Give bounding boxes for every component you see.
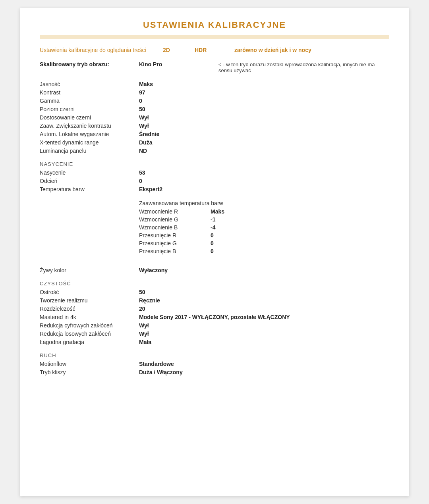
header-night: zarówno w dzień jak i w nocy — [234, 47, 389, 53]
zywy-kolor-label: Żywy kolor — [40, 267, 139, 273]
ostrosc-row: Ostrość 50 — [40, 289, 389, 295]
lagodna-gradacja-label: Łagodna gradacja — [40, 339, 139, 345]
jasnosc-label: Jasność — [40, 81, 139, 87]
przesuniecie-g-row: Przesunięcie G 0 — [139, 240, 389, 246]
poziom-czerni-value: 50 — [139, 106, 218, 112]
luminancja-value: ND — [139, 148, 218, 154]
orange-bar-decoration — [40, 35, 389, 39]
gamma-label: Gamma — [40, 98, 139, 104]
redukcja-cyfrowych-label: Redukcja cyfrowych zakłóceń — [40, 322, 139, 329]
redukcja-cyfrowych-row: Redukcja cyfrowych zakłóceń Wył — [40, 322, 389, 329]
przesuniecie-r-label: Przesunięcie R — [139, 232, 211, 239]
header-2d: 2D — [163, 47, 195, 53]
living-color-section: Żywy kolor Wyłaczony — [40, 267, 389, 273]
przesuniecie-r-value: 0 — [211, 232, 214, 239]
przesuniecie-b-row: Przesunięcie B 0 — [139, 248, 389, 254]
przesuniecie-r-row: Przesunięcie R 0 — [139, 232, 389, 239]
lagodna-gradacja-row: Łagodna gradacja Mała — [40, 339, 389, 345]
przesuniecie-g-value: 0 — [211, 240, 214, 246]
przesuniecie-b-label: Przesunięcie B — [139, 248, 211, 254]
gamma-row: Gamma 0 — [40, 98, 389, 104]
kontrast-label: Kontrast — [40, 89, 139, 96]
dynamic-range-value: Duża — [139, 139, 218, 146]
redukcja-losowych-label: Redukcja losowych zakłóceń — [40, 331, 139, 337]
wzmocnienie-b-label: Wzmocnienie B — [139, 224, 211, 231]
nasycenie-value: 53 — [139, 169, 218, 176]
motion-section: RUCH Motionflow Standardowe Tryb kliszy … — [40, 352, 389, 375]
wzmocnienie-b-value: -4 — [211, 224, 215, 231]
dostosowanie-czerni-value: Wył — [139, 114, 218, 121]
page-title: USTAWIENIA KALIBRACYJNE — [40, 20, 389, 30]
odcien-label: Odcień — [40, 178, 139, 184]
tworzenie-realizmu-label: Tworzenie realizmu — [40, 297, 139, 304]
ostrosc-value: 50 — [139, 289, 218, 295]
odcien-row: Odcień 0 — [40, 178, 389, 184]
header-row: Ustawienia kalibracyjne do oglądania tre… — [40, 47, 389, 53]
motionflow-value: Standardowe — [139, 361, 218, 367]
motionflow-row: Motionflow Standardowe — [40, 361, 389, 367]
saturation-section: NASYCENIE Nasycenie 53 Odcień 0 Temperat… — [40, 161, 389, 254]
zwiekszanie-kontrastu-label: Zaaw. Zwiększanie kontrastu — [40, 123, 139, 129]
poziom-czerni-row: Poziom czerni 50 — [40, 106, 389, 112]
tryb-kliszy-label: Tryb kliszy — [40, 369, 139, 375]
motion-header: RUCH — [40, 352, 389, 358]
advanced-temp-title: Zaawansowana temperatura barw — [139, 200, 389, 206]
zywy-kolor-value: Wyłaczony — [139, 267, 218, 273]
tryb-kliszy-row: Tryb kliszy Duża / Włączony — [40, 369, 389, 375]
rozdzielczosc-label: Rozdzielczość — [40, 306, 139, 312]
lokalne-wygaszanie-label: Autom. Lokalne wygaszanie — [40, 131, 139, 137]
calibrated-mode-note: < - w ten tryb obrazu została wprowadzon… — [218, 62, 389, 73]
mastered-4k-row: Mastered in 4k Modele Sony 2017 - WYŁĄCZ… — [40, 314, 389, 320]
jasnosc-value: Maks — [139, 81, 218, 87]
zwiekszanie-kontrastu-row: Zaaw. Zwiększanie kontrastu Wył — [40, 123, 389, 129]
tryb-kliszy-value: Duża / Włączony — [139, 369, 218, 375]
temperatura-barw-row: Temperatura barw Ekspert2 — [40, 186, 389, 192]
saturation-header: NASYCENIE — [40, 161, 389, 167]
temperatura-barw-label: Temperatura barw — [40, 186, 139, 192]
kontrast-value: 97 — [139, 89, 218, 96]
wzmocnienie-g-row: Wzmocnienie G -1 — [139, 216, 389, 223]
dynamic-range-label: X-tented dynamic range — [40, 139, 139, 146]
lagodna-gradacja-value: Mała — [139, 339, 218, 345]
temperatura-barw-value: Ekspert2 — [139, 186, 218, 192]
wzmocnienie-b-row: Wzmocnienie B -4 — [139, 224, 389, 231]
rozdzielczosc-value: 20 — [139, 306, 218, 312]
redukcja-losowych-value: Wył — [139, 331, 218, 337]
wzmocnienie-g-label: Wzmocnienie G — [139, 216, 211, 223]
gamma-value: 0 — [139, 98, 218, 104]
przesuniecie-g-label: Przesunięcie G — [139, 240, 211, 246]
nasycenie-label: Nasycenie — [40, 169, 139, 176]
wzmocnienie-g-value: -1 — [211, 216, 215, 223]
redukcja-cyfrowych-value: Wył — [139, 322, 218, 329]
tworzenie-realizmu-row: Tworzenie realizmu Ręcznie — [40, 297, 389, 304]
odcien-value: 0 — [139, 178, 218, 184]
zwiekszanie-kontrastu-value: Wył — [139, 123, 218, 129]
zywy-kolor-row: Żywy kolor Wyłaczony — [40, 267, 389, 273]
redukcja-losowych-row: Redukcja losowych zakłóceń Wył — [40, 331, 389, 337]
luminancja-row: Luminancja panelu ND — [40, 148, 389, 154]
wzmocnienie-r-label: Wzmocnienie R — [139, 208, 211, 215]
dynamic-range-row: X-tented dynamic range Duża — [40, 139, 389, 146]
luminancja-label: Luminancja panelu — [40, 148, 139, 154]
header-desc: Ustawienia kalibracyjne do oglądania tre… — [40, 47, 163, 53]
motionflow-label: Motionflow — [40, 361, 139, 367]
przesuniecie-b-value: 0 — [211, 248, 214, 254]
jasnosc-row: Jasność Maks — [40, 81, 389, 87]
mastered-4k-value: Modele Sony 2017 - WYŁĄCZONY, pozostałe … — [139, 314, 338, 320]
mastered-4k-label: Mastered in 4k — [40, 314, 139, 320]
clarity-header: CZYSTOŚĆ — [40, 281, 389, 287]
header-hdr: HDR — [195, 47, 234, 53]
dostosowanie-czerni-row: Dostosowanie czerni Wył — [40, 114, 389, 121]
clarity-section: CZYSTOŚĆ Ostrość 50 Tworzenie realizmu R… — [40, 281, 389, 345]
wzmocnienie-r-row: Wzmocnienie R Maks — [139, 208, 389, 215]
calibrated-mode-row: Skalibrowany tryb obrazu: Kino Pro < - w… — [40, 61, 389, 73]
calibrated-mode-label: Skalibrowany tryb obrazu: — [40, 61, 139, 67]
basic-settings-section: Jasność Maks Kontrast 97 Gamma 0 Poziom … — [40, 81, 389, 154]
kontrast-row: Kontrast 97 — [40, 89, 389, 96]
nasycenie-row: Nasycenie 53 — [40, 169, 389, 176]
ostrosc-label: Ostrość — [40, 289, 139, 295]
tworzenie-realizmu-value: Ręcznie — [139, 297, 218, 304]
advanced-temp-block: Zaawansowana temperatura barw Wzmocnieni… — [139, 200, 389, 254]
lokalne-wygaszanie-value: Średnie — [139, 131, 218, 137]
rozdzielczosc-row: Rozdzielczość 20 — [40, 306, 389, 312]
